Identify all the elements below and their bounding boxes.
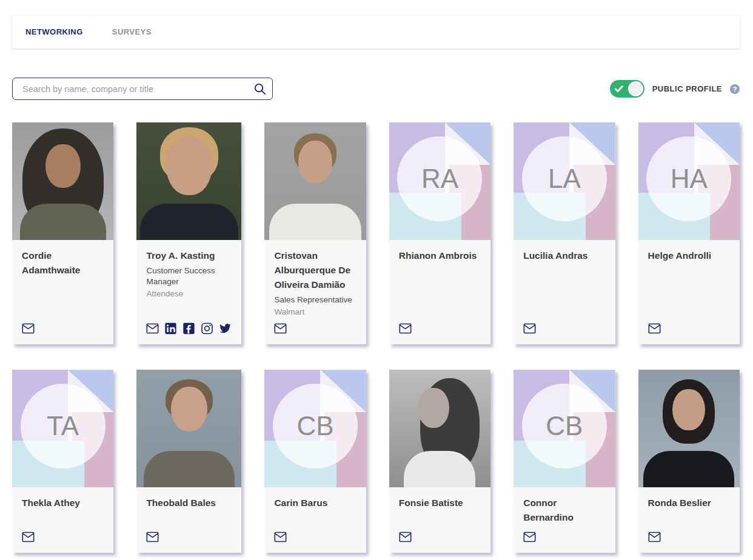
photo-face xyxy=(171,387,207,432)
public-profile-label: PUBLIC PROFILE xyxy=(652,84,722,93)
avatar-circle: LA xyxy=(522,136,607,221)
photo-torso xyxy=(140,204,238,240)
initials-avatar: HA xyxy=(638,122,740,240)
attendee-name: Cristovan Alburquerque De Oliveira Damiã… xyxy=(274,248,356,292)
twitter-icon[interactable] xyxy=(219,322,232,335)
profile-photo xyxy=(136,370,241,487)
photo-torso xyxy=(404,451,475,487)
card-body: Helge Androlli xyxy=(638,240,740,344)
profile-photo xyxy=(389,370,490,487)
attendee-card[interactable]: Ronda Beslier xyxy=(638,370,740,553)
initials-avatar: CB xyxy=(514,370,615,487)
card-body: Cristovan Alburquerque De Oliveira Damiã… xyxy=(264,240,366,344)
networking-page: NETWORKING SURVEYS PUBLIC PROFILE ? Cord… xyxy=(0,0,753,553)
attendee-card[interactable]: Troy A. Kasting Customer Success Manager… xyxy=(136,122,241,344)
avatar-initials: HA xyxy=(671,164,708,194)
card-body: Theobald Bales xyxy=(136,487,241,553)
attendee-card[interactable]: Theobald Bales xyxy=(136,370,241,553)
photo-face xyxy=(45,144,81,188)
contact-links xyxy=(146,316,232,335)
card-body: Ronda Beslier xyxy=(638,487,740,553)
avatar-circle: TA xyxy=(21,384,105,468)
email-icon[interactable] xyxy=(523,531,536,543)
card-body: Cordie Adamthwaite xyxy=(12,240,113,344)
card-body: Troy A. Kasting Customer Success Manager… xyxy=(136,240,241,344)
attendee-card[interactable]: Fonsie Batiste xyxy=(389,370,490,553)
attendee-name: Helge Androlli xyxy=(648,248,730,263)
attendee-card[interactable]: RA Rhianon Ambrois xyxy=(389,122,490,344)
attendee-company: Walmart xyxy=(274,307,356,316)
contact-links xyxy=(22,525,104,543)
email-icon[interactable] xyxy=(274,531,287,543)
card-body: Rhianon Ambrois xyxy=(389,240,490,344)
email-icon[interactable] xyxy=(648,322,661,335)
search-input[interactable] xyxy=(12,78,273,100)
profile-photo xyxy=(638,370,740,487)
profile-photo xyxy=(12,122,113,240)
attendee-card[interactable]: TA Thekla Athey xyxy=(12,370,113,553)
email-icon[interactable] xyxy=(648,531,661,543)
attendee-name: Fonsie Batiste xyxy=(399,496,481,510)
card-body: Thekla Athey xyxy=(12,487,113,553)
instagram-icon[interactable] xyxy=(201,322,213,335)
email-icon[interactable] xyxy=(146,322,159,335)
contact-links xyxy=(399,316,481,335)
photo-torso xyxy=(643,451,734,487)
search-box xyxy=(12,78,273,100)
avatar-initials: RA xyxy=(421,164,458,194)
photo-face xyxy=(298,141,332,183)
toggle-knob[interactable] xyxy=(628,81,643,96)
email-icon[interactable] xyxy=(146,531,159,543)
contact-links xyxy=(274,525,356,543)
card-body: Carin Barus xyxy=(264,487,366,553)
attendee-name: Connor Bernardino xyxy=(523,496,605,525)
photo-face xyxy=(672,389,705,430)
attendee-card[interactable]: Cordie Adamthwaite xyxy=(12,122,113,344)
card-body: Connor Bernardino xyxy=(514,487,615,553)
attendee-card[interactable]: LA Lucilia Andras xyxy=(514,122,615,344)
attendee-card[interactable]: CB Carin Barus xyxy=(264,370,366,553)
public-profile-control: PUBLIC PROFILE ? xyxy=(610,80,740,98)
contact-links xyxy=(523,525,605,543)
attendee-title: Sales Representative xyxy=(274,295,356,305)
attendee-name: Troy A. Kasting xyxy=(146,248,232,263)
attendee-name: Cordie Adamthwaite xyxy=(22,248,104,278)
attendee-card[interactable]: HA Helge Androlli xyxy=(638,122,740,344)
linkedin-icon[interactable] xyxy=(164,322,177,335)
tab-surveys[interactable]: SURVEYS xyxy=(112,27,152,36)
photo-torso xyxy=(20,204,106,240)
email-icon[interactable] xyxy=(22,322,35,335)
tab-bar: NETWORKING SURVEYS xyxy=(12,15,740,48)
help-icon[interactable]: ? xyxy=(730,84,740,94)
photo-face xyxy=(166,137,212,195)
controls-row: PUBLIC PROFILE ? xyxy=(12,78,740,100)
email-icon[interactable] xyxy=(523,322,536,335)
email-icon[interactable] xyxy=(274,322,287,335)
attendee-card[interactable]: CB Connor Bernardino xyxy=(514,370,615,553)
public-profile-toggle[interactable] xyxy=(610,80,644,98)
email-icon[interactable] xyxy=(22,531,35,543)
initials-avatar: TA xyxy=(12,370,113,487)
check-icon xyxy=(615,85,623,93)
initials-avatar: RA xyxy=(389,122,490,240)
contact-links xyxy=(274,316,356,335)
profile-photo xyxy=(136,122,241,240)
photo-face xyxy=(418,388,449,428)
email-icon[interactable] xyxy=(399,322,412,335)
contact-links xyxy=(399,525,481,543)
attendee-name: Theobald Bales xyxy=(146,496,232,510)
contact-links xyxy=(523,316,605,335)
attendee-title: Customer Success Manager xyxy=(146,265,232,287)
card-body: Lucilia Andras xyxy=(514,240,615,344)
attendee-card[interactable]: Cristovan Alburquerque De Oliveira Damiã… xyxy=(264,122,366,344)
avatar-circle: CB xyxy=(522,384,607,468)
profile-photo xyxy=(264,122,366,240)
contact-links xyxy=(146,525,232,543)
facebook-icon[interactable] xyxy=(182,322,195,335)
tab-networking[interactable]: NETWORKING xyxy=(25,27,83,36)
search-icon[interactable] xyxy=(253,82,267,96)
avatar-initials: TA xyxy=(47,411,79,441)
attendee-name: Thekla Athey xyxy=(22,496,104,510)
contact-links xyxy=(22,316,104,335)
email-icon[interactable] xyxy=(399,531,412,543)
